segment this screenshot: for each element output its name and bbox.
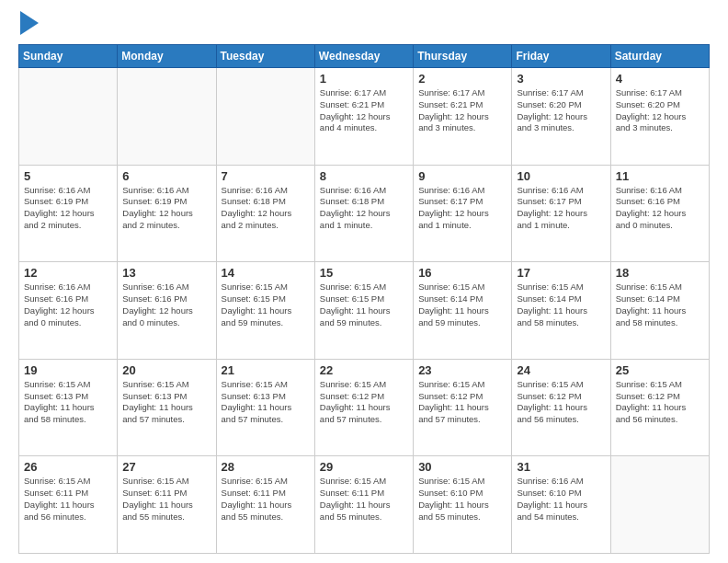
week-row-5: 26Sunrise: 6:15 AMSunset: 6:11 PMDayligh… bbox=[19, 456, 710, 554]
calendar-cell: 30Sunrise: 6:15 AMSunset: 6:10 PMDayligh… bbox=[414, 456, 512, 554]
weekday-header-monday: Monday bbox=[118, 45, 216, 68]
calendar-cell bbox=[19, 68, 118, 166]
day-info: Sunrise: 6:16 AMSunset: 6:18 PMDaylight:… bbox=[222, 185, 310, 232]
week-row-3: 12Sunrise: 6:16 AMSunset: 6:16 PMDayligh… bbox=[19, 262, 710, 360]
logo-triangle-icon bbox=[20, 11, 39, 35]
day-number: 30 bbox=[418, 460, 506, 474]
logo bbox=[18, 15, 39, 35]
calendar-cell: 29Sunrise: 6:15 AMSunset: 6:11 PMDayligh… bbox=[314, 456, 413, 554]
day-number: 19 bbox=[24, 363, 112, 377]
weekday-header-thursday: Thursday bbox=[414, 45, 512, 68]
day-info: Sunrise: 6:16 AMSunset: 6:16 PMDaylight:… bbox=[24, 282, 112, 328]
day-number: 4 bbox=[616, 72, 704, 86]
day-number: 5 bbox=[24, 169, 112, 183]
day-info: Sunrise: 6:16 AMSunset: 6:10 PMDaylight:… bbox=[517, 476, 605, 523]
day-number: 10 bbox=[517, 169, 605, 183]
day-info: Sunrise: 6:15 AMSunset: 6:11 PMDaylight:… bbox=[222, 476, 310, 523]
day-info: Sunrise: 6:15 AMSunset: 6:14 PMDaylight:… bbox=[616, 282, 704, 328]
day-info: Sunrise: 6:15 AMSunset: 6:14 PMDaylight:… bbox=[418, 282, 506, 328]
week-row-1: 1Sunrise: 6:17 AMSunset: 6:21 PMDaylight… bbox=[19, 68, 710, 166]
weekday-header-tuesday: Tuesday bbox=[216, 45, 314, 68]
calendar-cell: 3Sunrise: 6:17 AMSunset: 6:20 PMDaylight… bbox=[512, 68, 610, 166]
weekday-header-friday: Friday bbox=[512, 45, 610, 68]
weekday-header-saturday: Saturday bbox=[610, 45, 709, 68]
day-number: 9 bbox=[418, 169, 506, 183]
calendar-cell: 4Sunrise: 6:17 AMSunset: 6:20 PMDaylight… bbox=[610, 68, 709, 166]
day-info: Sunrise: 6:15 AMSunset: 6:11 PMDaylight:… bbox=[320, 476, 408, 523]
calendar-cell: 10Sunrise: 6:16 AMSunset: 6:17 PMDayligh… bbox=[512, 165, 610, 262]
calendar-cell: 6Sunrise: 6:16 AMSunset: 6:19 PMDaylight… bbox=[118, 165, 216, 262]
day-number: 17 bbox=[517, 266, 605, 280]
day-number: 11 bbox=[616, 169, 704, 183]
day-info: Sunrise: 6:15 AMSunset: 6:10 PMDaylight:… bbox=[418, 476, 506, 523]
day-info: Sunrise: 6:16 AMSunset: 6:17 PMDaylight:… bbox=[418, 185, 506, 232]
calendar-cell: 9Sunrise: 6:16 AMSunset: 6:17 PMDaylight… bbox=[414, 165, 512, 262]
calendar-cell: 1Sunrise: 6:17 AMSunset: 6:21 PMDaylight… bbox=[314, 68, 413, 166]
day-info: Sunrise: 6:16 AMSunset: 6:17 PMDaylight:… bbox=[517, 185, 605, 232]
day-info: Sunrise: 6:16 AMSunset: 6:16 PMDaylight:… bbox=[616, 185, 704, 232]
day-info: Sunrise: 6:15 AMSunset: 6:12 PMDaylight:… bbox=[320, 379, 408, 426]
page-header bbox=[18, 15, 710, 35]
day-info: Sunrise: 6:15 AMSunset: 6:12 PMDaylight:… bbox=[418, 379, 506, 426]
day-number: 1 bbox=[320, 72, 408, 86]
day-number: 3 bbox=[517, 72, 605, 86]
calendar-cell bbox=[216, 68, 314, 166]
day-info: Sunrise: 6:15 AMSunset: 6:13 PMDaylight:… bbox=[24, 379, 112, 426]
day-number: 8 bbox=[320, 169, 408, 183]
calendar-cell: 12Sunrise: 6:16 AMSunset: 6:16 PMDayligh… bbox=[19, 262, 118, 360]
day-number: 15 bbox=[320, 266, 408, 280]
day-number: 20 bbox=[122, 363, 210, 377]
week-row-4: 19Sunrise: 6:15 AMSunset: 6:13 PMDayligh… bbox=[19, 359, 710, 456]
day-info: Sunrise: 6:15 AMSunset: 6:11 PMDaylight:… bbox=[122, 476, 210, 523]
calendar-cell: 24Sunrise: 6:15 AMSunset: 6:12 PMDayligh… bbox=[512, 359, 610, 456]
day-info: Sunrise: 6:15 AMSunset: 6:13 PMDaylight:… bbox=[222, 379, 310, 426]
day-number: 7 bbox=[222, 169, 310, 183]
calendar-cell: 16Sunrise: 6:15 AMSunset: 6:14 PMDayligh… bbox=[414, 262, 512, 360]
day-info: Sunrise: 6:16 AMSunset: 6:16 PMDaylight:… bbox=[122, 282, 210, 328]
calendar-cell: 19Sunrise: 6:15 AMSunset: 6:13 PMDayligh… bbox=[19, 359, 118, 456]
day-info: Sunrise: 6:17 AMSunset: 6:20 PMDaylight:… bbox=[517, 87, 605, 134]
day-number: 29 bbox=[320, 460, 408, 474]
day-number: 31 bbox=[517, 460, 605, 474]
day-number: 6 bbox=[122, 169, 210, 183]
calendar-cell: 15Sunrise: 6:15 AMSunset: 6:15 PMDayligh… bbox=[314, 262, 413, 360]
calendar-table: SundayMondayTuesdayWednesdayThursdayFrid… bbox=[18, 44, 710, 554]
day-number: 24 bbox=[517, 363, 605, 377]
calendar-cell: 18Sunrise: 6:15 AMSunset: 6:14 PMDayligh… bbox=[610, 262, 709, 360]
day-number: 21 bbox=[222, 363, 310, 377]
calendar-cell: 17Sunrise: 6:15 AMSunset: 6:14 PMDayligh… bbox=[512, 262, 610, 360]
day-info: Sunrise: 6:15 AMSunset: 6:12 PMDaylight:… bbox=[616, 379, 704, 426]
weekday-header-row: SundayMondayTuesdayWednesdayThursdayFrid… bbox=[19, 45, 710, 68]
calendar-cell bbox=[610, 456, 709, 554]
calendar-cell: 28Sunrise: 6:15 AMSunset: 6:11 PMDayligh… bbox=[216, 456, 314, 554]
calendar-cell: 26Sunrise: 6:15 AMSunset: 6:11 PMDayligh… bbox=[19, 456, 118, 554]
day-info: Sunrise: 6:15 AMSunset: 6:12 PMDaylight:… bbox=[517, 379, 605, 426]
weekday-header-sunday: Sunday bbox=[19, 45, 118, 68]
day-number: 14 bbox=[222, 266, 310, 280]
day-number: 2 bbox=[418, 72, 506, 86]
calendar-cell: 27Sunrise: 6:15 AMSunset: 6:11 PMDayligh… bbox=[118, 456, 216, 554]
day-info: Sunrise: 6:17 AMSunset: 6:21 PMDaylight:… bbox=[418, 87, 506, 134]
day-number: 27 bbox=[122, 460, 210, 474]
calendar-cell: 7Sunrise: 6:16 AMSunset: 6:18 PMDaylight… bbox=[216, 165, 314, 262]
day-info: Sunrise: 6:15 AMSunset: 6:14 PMDaylight:… bbox=[517, 282, 605, 328]
day-info: Sunrise: 6:16 AMSunset: 6:19 PMDaylight:… bbox=[122, 185, 210, 232]
day-number: 23 bbox=[418, 363, 506, 377]
day-number: 26 bbox=[24, 460, 112, 474]
calendar-body: 1Sunrise: 6:17 AMSunset: 6:21 PMDaylight… bbox=[19, 68, 710, 554]
calendar-cell: 21Sunrise: 6:15 AMSunset: 6:13 PMDayligh… bbox=[216, 359, 314, 456]
calendar-cell: 20Sunrise: 6:15 AMSunset: 6:13 PMDayligh… bbox=[118, 359, 216, 456]
calendar-cell: 25Sunrise: 6:15 AMSunset: 6:12 PMDayligh… bbox=[610, 359, 709, 456]
day-info: Sunrise: 6:17 AMSunset: 6:21 PMDaylight:… bbox=[320, 87, 408, 134]
day-number: 22 bbox=[320, 363, 408, 377]
calendar-cell: 23Sunrise: 6:15 AMSunset: 6:12 PMDayligh… bbox=[414, 359, 512, 456]
svg-marker-0 bbox=[20, 11, 39, 35]
day-number: 12 bbox=[24, 266, 112, 280]
calendar-cell: 5Sunrise: 6:16 AMSunset: 6:19 PMDaylight… bbox=[19, 165, 118, 262]
calendar-cell: 2Sunrise: 6:17 AMSunset: 6:21 PMDaylight… bbox=[414, 68, 512, 166]
weekday-header-wednesday: Wednesday bbox=[314, 45, 413, 68]
day-number: 25 bbox=[616, 363, 704, 377]
day-number: 16 bbox=[418, 266, 506, 280]
calendar-cell: 31Sunrise: 6:16 AMSunset: 6:10 PMDayligh… bbox=[512, 456, 610, 554]
day-info: Sunrise: 6:15 AMSunset: 6:13 PMDaylight:… bbox=[122, 379, 210, 426]
